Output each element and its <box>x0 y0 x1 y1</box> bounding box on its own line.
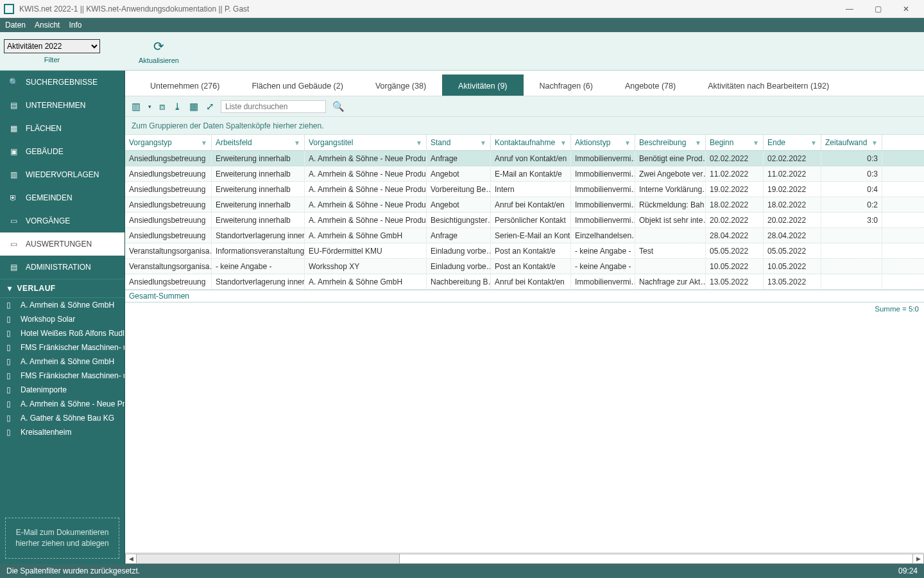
column-header[interactable]: Beginn▼ <box>706 135 764 150</box>
table-row[interactable]: AnsiedlungsbetreuungErweiterung innerhal… <box>125 151 924 166</box>
nav-item-flächen[interactable]: ▦FLÄCHEN <box>0 117 124 140</box>
tab[interactable]: Unternehmen (276) <box>134 74 235 96</box>
menu-info[interactable]: Info <box>69 21 81 30</box>
history-item[interactable]: ▯A. Gather & Söhne Bau KG <box>0 411 124 425</box>
grid-footer: Gesamt-Summen <box>125 290 924 302</box>
search-icon[interactable]: 🔍 <box>331 101 346 112</box>
filter-icon[interactable]: ▼ <box>753 139 759 146</box>
table-cell: Interne Vorklärung… <box>635 182 706 197</box>
nav-item-vorgänge[interactable]: ▭VORGÄNGE <box>0 209 124 232</box>
group-bar[interactable]: Zum Gruppieren der Daten Spaltenköpfe hi… <box>125 117 924 135</box>
table-cell: Intern <box>491 182 571 197</box>
table-cell: Anfrage <box>427 228 491 243</box>
scroll-right-icon[interactable]: ▶ <box>912 554 924 564</box>
document-icon: ▯ <box>6 357 15 366</box>
export-icon[interactable]: ⤓ <box>172 101 183 112</box>
history-item[interactable]: ▯Hotel Weißes Roß Alfons Rudl… <box>0 326 124 340</box>
history-item[interactable]: ▯A. Amrhein & Söhne GmbH <box>0 355 124 369</box>
tab[interactable]: Angebote (78) <box>609 74 692 96</box>
table-row[interactable]: AnsiedlungsbetreuungErweiterung innerhal… <box>125 182 924 197</box>
filter-icon[interactable]: ▼ <box>810 139 817 146</box>
chevron-down-icon[interactable]: ▾ <box>147 103 153 110</box>
nav-icon: ⛨ <box>8 192 19 204</box>
column-header[interactable]: Zeitaufwand▼ <box>821 135 882 150</box>
filter-icon[interactable]: ▼ <box>294 139 300 146</box>
tab[interactable]: Aktivitäten (9) <box>442 74 523 96</box>
nav-icon: ▭ <box>8 238 19 250</box>
filter-select[interactable]: Aktivitäten 2022 <box>4 39 100 53</box>
table-row[interactable]: Veranstaltungsorganisa…Informationsveran… <box>125 243 924 259</box>
refresh-icon[interactable]: ⟳ <box>153 39 164 54</box>
tab[interactable]: Flächen und Gebäude (2) <box>235 74 359 96</box>
columns-icon[interactable]: ▥ <box>130 101 142 112</box>
column-header[interactable]: Vorgangstyp▼ <box>125 135 212 150</box>
table-cell: A. Amrhein & Söhne - Neue Produk… <box>305 166 427 181</box>
table-cell: A. Amrhein & Söhne GmbH <box>305 274 427 289</box>
filter-icon[interactable]: ▼ <box>201 139 207 146</box>
table-row[interactable]: AnsiedlungsbetreuungErweiterung innerhal… <box>125 213 924 228</box>
clear-filter-icon[interactable]: ⧈ <box>158 101 167 112</box>
tab[interactable]: Nachfragen (6) <box>524 74 609 96</box>
table-cell: Standortverlagerung inner… <box>212 274 305 289</box>
table-cell: 0:4 <box>821 182 882 197</box>
filter-icon[interactable]: ▼ <box>416 139 422 146</box>
nav-item-gebäude[interactable]: ▣GEBÄUDE <box>0 140 124 163</box>
history-item[interactable]: ▯A. Amrhein & Söhne - Neue Pr… <box>0 397 124 411</box>
table-cell: Immobilienvermi… <box>571 213 635 227</box>
nav-icon: 🔍 <box>8 76 19 88</box>
nav-item-unternehmen[interactable]: ▤UNTERNEHMEN <box>0 94 124 117</box>
expand-icon[interactable]: ⤢ <box>205 101 216 112</box>
filter-icon[interactable]: ▼ <box>560 139 567 146</box>
column-header[interactable]: Ende▼ <box>764 135 821 150</box>
nav-item-wiedervorlagen[interactable]: ▥WIEDERVORLAGEN <box>0 163 124 186</box>
column-header[interactable]: Vorgangstitel▼ <box>305 135 427 150</box>
scroll-left-icon[interactable]: ◀ <box>125 554 137 564</box>
menu-daten[interactable]: Daten <box>5 21 26 30</box>
nav-item-gemeinden[interactable]: ⛨GEMEINDEN <box>0 186 124 209</box>
table-cell: 28.04.2022 <box>764 228 821 243</box>
column-header[interactable]: Aktionstyp▼ <box>571 135 635 150</box>
table-cell: Informationsveranstaltung <box>212 243 305 258</box>
tab[interactable]: Vorgänge (38) <box>359 74 442 96</box>
history-item[interactable]: ▯Kreisaltenheim <box>0 425 124 439</box>
statusbar: Die Spaltenfilter wurden zurückgesetzt. … <box>0 564 924 578</box>
history-item[interactable]: ▯FMS Fränkischer Maschinen- u… <box>0 340 124 355</box>
column-header[interactable]: Kontaktaufnahme▼ <box>491 135 571 150</box>
history-item[interactable]: ▯Datenimporte <box>0 383 124 397</box>
table-cell: Immobilienvermi… <box>571 182 635 197</box>
table-row[interactable]: AnsiedlungsbetreuungStandortverlagerung … <box>125 274 924 290</box>
close-button[interactable]: ✕ <box>892 0 920 18</box>
table-cell: 13.05.2022 <box>706 274 764 289</box>
table-row[interactable]: AnsiedlungsbetreuungErweiterung innerhal… <box>125 197 924 213</box>
titlebar: KWIS.net 2022-1 || KWIS.net-Anwendungsdo… <box>0 0 924 18</box>
tab[interactable]: Aktivitäten nach Bearbeitern (192) <box>692 74 845 96</box>
column-header[interactable]: Beschreibung▼ <box>635 135 706 150</box>
minimize-button[interactable]: — <box>835 0 864 18</box>
column-header[interactable]: Stand▼ <box>427 135 491 150</box>
nav-item-suchergebnisse[interactable]: 🔍SUCHERGEBNISSE <box>0 71 124 94</box>
table-cell: Ansiedlungsbetreuung <box>125 213 212 227</box>
search-input[interactable] <box>221 100 326 113</box>
email-dropzone[interactable]: E-Mail zum Dokumentieren hierher ziehen … <box>5 518 119 559</box>
history-item[interactable]: ▯A. Amrhein & Söhne GmbH <box>0 298 124 312</box>
table-row[interactable]: AnsiedlungsbetreuungErweiterung innerhal… <box>125 166 924 182</box>
nav-item-auswertungen[interactable]: ▭AUSWERTUNGEN <box>0 232 124 256</box>
maximize-button[interactable]: ▢ <box>864 0 892 18</box>
horizontal-scrollbar[interactable]: ◀ ▶ <box>125 552 924 564</box>
refresh-label[interactable]: Aktualisieren <box>139 57 179 64</box>
table-row[interactable]: AnsiedlungsbetreuungStandortverlagerung … <box>125 228 924 243</box>
layout-icon[interactable]: ▦ <box>188 101 200 112</box>
history-item[interactable]: ▯FMS Fränkischer Maschinen- u… <box>0 369 124 383</box>
filter-icon[interactable]: ▼ <box>695 139 701 146</box>
filter-icon[interactable]: ▼ <box>624 139 631 146</box>
filter-icon[interactable]: ▼ <box>871 139 878 146</box>
nav-item-administration[interactable]: ▤ADMINISTRATION <box>0 256 124 279</box>
history-item[interactable]: ▯Workshop Solar <box>0 312 124 326</box>
table-row[interactable]: Veranstaltungsorganisa…- keine Angabe -W… <box>125 259 924 274</box>
table-cell: Ansiedlungsbetreuung <box>125 197 212 212</box>
menu-ansicht[interactable]: Ansicht <box>35 21 60 30</box>
table-cell: Serien-E-Mail an Kont… <box>491 228 571 243</box>
filter-icon[interactable]: ▼ <box>480 139 486 146</box>
column-header[interactable]: Arbeitsfeld▼ <box>212 135 305 150</box>
table-cell <box>821 259 882 274</box>
